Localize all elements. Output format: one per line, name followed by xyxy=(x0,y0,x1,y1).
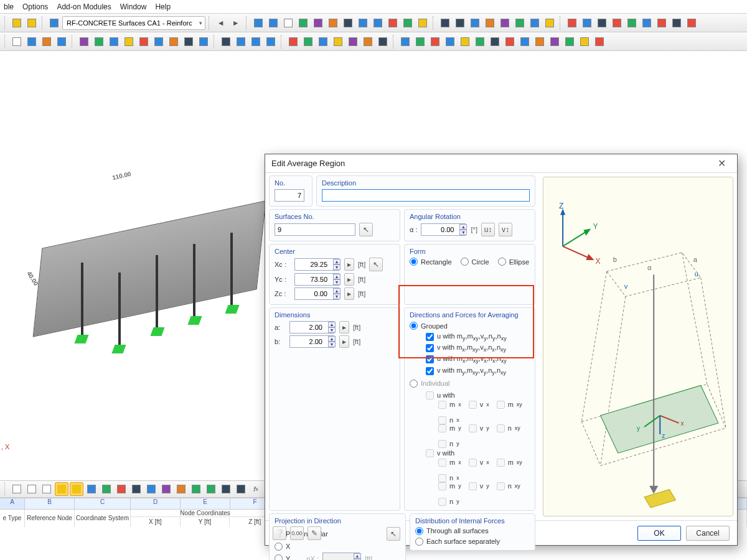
table-col-letter[interactable]: D xyxy=(131,498,181,509)
toolbar-button[interactable] xyxy=(10,16,24,30)
toolbar-button[interactable] xyxy=(40,35,54,49)
toolbar-button[interactable] xyxy=(543,16,557,30)
toolbar-button[interactable] xyxy=(565,16,579,30)
region-number-input[interactable] xyxy=(275,189,304,202)
toolbar-button[interactable] xyxy=(503,35,517,49)
menu-item[interactable]: Options xyxy=(22,2,48,11)
toolbar-button[interactable] xyxy=(234,482,248,496)
table-col-letter[interactable]: E xyxy=(181,498,230,509)
toolbar-button[interactable] xyxy=(25,482,39,496)
surfaces-input[interactable] xyxy=(275,223,355,236)
toolbar-button[interactable] xyxy=(625,16,639,30)
toolbar-button[interactable] xyxy=(159,482,173,496)
toolbar-button[interactable] xyxy=(10,482,24,496)
dist-all-radio[interactable]: Through all surfaces xyxy=(415,527,530,535)
toolbar-button[interactable] xyxy=(189,482,203,496)
toolbar-button[interactable] xyxy=(167,35,181,49)
toolbar-button[interactable] xyxy=(655,16,669,30)
toolbar-button[interactable] xyxy=(518,35,532,49)
spin-buttons[interactable]: ▲▼ xyxy=(333,259,341,270)
toolbar-button[interactable] xyxy=(413,35,427,49)
toolbar-button[interactable] xyxy=(219,35,233,49)
toolbar-button[interactable] xyxy=(498,16,512,30)
toolbar-button[interactable] xyxy=(483,16,497,30)
units-button[interactable]: 0.00 xyxy=(290,526,304,540)
toolbar-button[interactable] xyxy=(10,35,24,49)
notes-button[interactable]: ✎ xyxy=(308,526,321,540)
spin-buttons[interactable]: ▲▼ xyxy=(333,288,341,299)
toolbar-button[interactable] xyxy=(361,35,375,49)
toolbar-button[interactable] xyxy=(204,482,218,496)
toolbar-button[interactable] xyxy=(473,35,487,49)
menu-item[interactable]: ble xyxy=(4,2,14,11)
individual-radio[interactable]: Individual xyxy=(410,380,449,388)
toolbar-button[interactable] xyxy=(152,35,166,49)
toolbar-button[interactable] xyxy=(77,35,91,49)
toolbar-button[interactable] xyxy=(219,482,233,496)
toolbar-button[interactable] xyxy=(197,35,210,49)
toolbar-button[interactable] xyxy=(670,16,684,30)
cancel-button[interactable]: Cancel xyxy=(686,526,730,541)
rotate-vx-button[interactable]: v↕ xyxy=(499,223,512,236)
form-circle-radio[interactable]: Circle xyxy=(461,258,489,266)
pick-surfaces-button[interactable]: ↖ xyxy=(359,223,373,236)
toolbar-button[interactable] xyxy=(266,16,280,30)
menu-item[interactable]: Help xyxy=(155,2,171,11)
toolbar-button[interactable] xyxy=(47,16,61,30)
toolbar-button[interactable] xyxy=(249,35,263,49)
menu-bar[interactable]: ble Options Add-on Modules Window Help xyxy=(0,0,747,14)
toolbar-button[interactable] xyxy=(458,35,472,49)
stepper-button[interactable]: ▸ xyxy=(339,335,349,348)
menu-item[interactable]: Add-on Modules xyxy=(57,2,111,11)
grouped-radio[interactable]: Grouped xyxy=(410,322,448,330)
nav-next-button[interactable]: ► xyxy=(229,16,243,30)
ok-button[interactable]: OK xyxy=(637,526,681,541)
spin-buttons[interactable]: ▲▼ xyxy=(328,322,336,333)
toolbar-button[interactable] xyxy=(513,16,527,30)
toolbar-button[interactable] xyxy=(331,35,345,49)
toolbar-button[interactable] xyxy=(356,16,370,30)
table-col-letter[interactable]: B xyxy=(25,498,75,509)
toolbar-button[interactable] xyxy=(264,35,278,49)
toolbar-button[interactable] xyxy=(70,482,83,496)
proj-y-radio[interactable]: Y xyxy=(275,554,290,560)
toolbar-button[interactable] xyxy=(533,35,547,49)
stepper-button[interactable]: ▸ xyxy=(339,321,349,334)
toolbar-button[interactable] xyxy=(25,16,39,30)
form-rectangle-radio[interactable]: Rectangle xyxy=(410,258,452,266)
toolbar-button[interactable] xyxy=(92,35,106,49)
stepper-button[interactable]: ▸ xyxy=(344,273,354,286)
toolbar-button[interactable] xyxy=(281,16,295,30)
toolbar-button[interactable] xyxy=(137,35,151,49)
toolbar-button[interactable] xyxy=(296,16,310,30)
toolbar-button[interactable] xyxy=(144,482,158,496)
toolbar-button[interactable] xyxy=(685,16,698,30)
toolbar-button[interactable] xyxy=(341,16,355,30)
toolbar-button[interactable] xyxy=(610,16,624,30)
stepper-button[interactable]: ▸ xyxy=(344,287,354,300)
toolbar-button[interactable] xyxy=(326,16,340,30)
toolbar-button[interactable] xyxy=(100,482,113,496)
pick-direction-button[interactable]: ↖ xyxy=(387,527,400,541)
toolbar-button[interactable] xyxy=(286,35,300,49)
toolbar-button[interactable] xyxy=(593,35,606,49)
toolbar-button[interactable] xyxy=(528,16,542,30)
toolbar-button[interactable] xyxy=(234,35,248,49)
toolbar-button[interactable] xyxy=(376,35,390,49)
toolbar-button[interactable] xyxy=(468,16,482,30)
toolbar-button[interactable] xyxy=(443,35,457,49)
toolbar-button[interactable] xyxy=(398,35,412,49)
spin-buttons[interactable]: ▲▼ xyxy=(459,224,467,235)
help-button[interactable]: ❔ xyxy=(273,526,286,540)
toolbar-button[interactable] xyxy=(595,16,609,30)
grouped-check-1[interactable]: u with my,mxy,vy,ny,nxy xyxy=(426,332,530,342)
toolbar-button[interactable] xyxy=(640,16,654,30)
toolbar-button[interactable] xyxy=(401,16,415,30)
toolbar-button[interactable]: fx xyxy=(249,482,263,496)
spin-buttons[interactable]: ▲▼ xyxy=(333,274,341,285)
close-icon[interactable]: ✕ xyxy=(712,157,731,169)
menu-item[interactable]: Window xyxy=(120,2,147,11)
toolbar-button[interactable] xyxy=(316,35,330,49)
pick-center-button[interactable]: ↖ xyxy=(369,258,383,271)
toolbar-button[interactable] xyxy=(25,35,39,49)
